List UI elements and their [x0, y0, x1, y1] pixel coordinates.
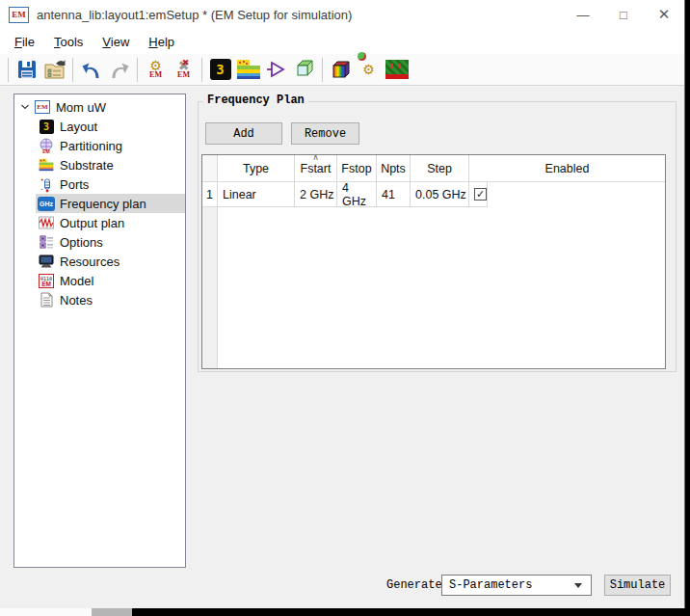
tree-item-label: Partitioning — [60, 139, 122, 153]
save-icon — [16, 59, 38, 80]
taskbar-fragment — [92, 608, 132, 616]
partitioning-icon: EM — [39, 138, 54, 153]
sidebar-item-notes[interactable]: Notes — [14, 290, 185, 309]
toolbar-field-visualization-button[interactable] — [327, 56, 355, 84]
column-header-fstart-label: Fstart — [301, 162, 332, 175]
generate-dropdown[interactable]: S-Parameters — [441, 575, 592, 596]
remove-button[interactable]: Remove — [291, 122, 359, 145]
toolbar-separator — [322, 58, 323, 82]
menu-help-label-rest: elp — [158, 35, 174, 49]
menu-view-label: V — [102, 35, 110, 49]
toolbar-em-cosimulation-button[interactable]: ⚙ — [355, 56, 383, 84]
cell-fstop[interactable]: 4 GHz — [337, 182, 377, 207]
toolbar-em-setup-button[interactable]: ⚙ EM — [142, 56, 170, 84]
tree-item-label: Model — [60, 274, 93, 288]
layout-icon: 3 — [210, 59, 231, 80]
table-header-row: Type ∧ Fstart Fstop Npts Step Enabled — [202, 155, 665, 182]
tree-item-label: Layout — [60, 120, 97, 134]
open-folder-icon — [43, 59, 66, 80]
substrate-icon — [236, 59, 261, 80]
sidebar-item-ports[interactable]: +- Ports — [14, 174, 185, 194]
generate-dropdown-value: S-Parameters — [449, 578, 532, 592]
sidebar-item-layout[interactable]: 3 Layout — [14, 117, 185, 136]
sidebar-item-frequency-plan[interactable]: GHz Frequency plan — [14, 194, 185, 213]
tree-item-label: Output plan — [60, 216, 124, 230]
cube-3d-icon — [293, 58, 316, 81]
desktop-fragment — [0, 608, 92, 616]
close-button[interactable]: ✕ — [644, 0, 684, 29]
cell-fstart[interactable]: 2 GHz — [295, 182, 337, 207]
simulate-triangle-icon — [265, 58, 288, 81]
sort-ascending-icon: ∧ — [312, 154, 319, 162]
sidebar-item-output-plan[interactable]: Output plan — [14, 213, 185, 232]
toolbar-separator — [8, 58, 9, 82]
tree-item-label: Substrate — [60, 158, 114, 173]
output-plan-icon — [39, 216, 54, 229]
cell-npts[interactable]: 41 — [377, 182, 411, 207]
column-header-step[interactable]: Step — [411, 155, 469, 182]
enabled-checkbox[interactable] — [474, 188, 487, 201]
menu-tools-label-rest: ools — [60, 35, 83, 49]
tree-item-label: Options — [60, 235, 103, 250]
toolbar-simulate-button[interactable] — [262, 56, 290, 84]
svg-text:+: + — [40, 176, 44, 182]
toolbar-undo-button[interactable] — [77, 56, 105, 84]
sidebar-item-options[interactable]: Options — [14, 232, 185, 252]
add-button[interactable]: Add — [205, 122, 282, 145]
window-controls: — □ ✕ — [563, 0, 684, 29]
notes-icon — [40, 292, 53, 308]
menu-file[interactable]: File — [5, 32, 44, 52]
toolbar-open-button[interactable] — [40, 56, 68, 84]
column-header-type[interactable]: Type — [218, 155, 295, 182]
minimize-button[interactable]: — — [563, 0, 603, 29]
titlebar: EM antenna_lib:layout1:emSetup * (EM Set… — [0, 0, 684, 29]
toolbar-save-button[interactable] — [13, 56, 40, 84]
content-area: EM Mom uW 3 Layout EM Partitioning — [0, 86, 684, 608]
chevron-down-icon[interactable] — [18, 102, 32, 112]
delete-em-icon: ✖ — [178, 60, 190, 71]
sidebar-item-resources[interactable]: Resources — [14, 252, 185, 271]
toolbar-separator — [201, 58, 202, 82]
svg-text:-: - — [40, 184, 43, 193]
sidebar-item-mom-uw[interactable]: EM Mom uW — [14, 97, 185, 117]
cell-step[interactable]: 0.05 GHz — [411, 182, 469, 207]
toolbar-delete-em-setup-button[interactable]: ✖ EM — [170, 56, 198, 84]
chevron-down-icon — [574, 583, 582, 588]
svg-text:EM: EM — [41, 281, 51, 287]
menu-tools[interactable]: Tools — [44, 32, 93, 52]
toolbar-layout-button[interactable]: 3 — [206, 56, 234, 84]
cell-enabled — [469, 182, 488, 207]
column-header-fstart[interactable]: ∧ Fstart — [295, 155, 337, 182]
toolbar-substrate-button[interactable] — [234, 56, 262, 84]
menu-help[interactable]: Help — [139, 32, 184, 52]
cosim-flame-icon — [358, 52, 366, 61]
simulate-button[interactable]: Simulate — [604, 575, 671, 596]
substrate-icon — [39, 158, 54, 172]
toolbar-em-vision-button[interactable] — [383, 56, 411, 84]
layout-icon: 3 — [40, 120, 54, 134]
toolbar-separator — [72, 58, 73, 82]
toolbar-3d-view-button[interactable] — [290, 56, 318, 84]
sidebar-item-partitioning[interactable]: EM Partitioning — [14, 136, 185, 155]
svg-text:EM: EM — [42, 148, 50, 154]
column-header-npts[interactable]: Npts — [377, 155, 411, 182]
generate-label: Generate: — [386, 575, 449, 596]
em-icon: EM — [35, 100, 50, 114]
sidebar-item-model[interactable]: 0110EM Model — [14, 271, 185, 290]
toolbar-redo-button[interactable] — [105, 56, 133, 84]
pcb-board-icon — [385, 60, 409, 79]
menu-help-label: H — [148, 35, 157, 49]
maximize-button[interactable]: □ — [603, 0, 644, 29]
setup-tree: EM Mom uW 3 Layout EM Partitioning — [13, 94, 186, 568]
sidebar-item-substrate[interactable]: Substrate — [14, 155, 185, 174]
column-header-fstop[interactable]: Fstop — [337, 155, 377, 182]
resources-icon — [39, 254, 55, 269]
row-header-gutter — [202, 207, 218, 369]
row-number[interactable]: 1 — [202, 182, 218, 207]
redo-icon — [108, 58, 131, 81]
cell-type[interactable]: Linear — [218, 182, 295, 207]
frequency-plan-group: Frequency Plan Add Remove Type ∧ Fstart … — [198, 101, 677, 372]
column-header-enabled[interactable]: Enabled — [469, 155, 665, 182]
frequency-plan-table: Type ∧ Fstart Fstop Npts Step Enabled 1 … — [201, 154, 666, 369]
menu-view[interactable]: View — [93, 32, 139, 52]
